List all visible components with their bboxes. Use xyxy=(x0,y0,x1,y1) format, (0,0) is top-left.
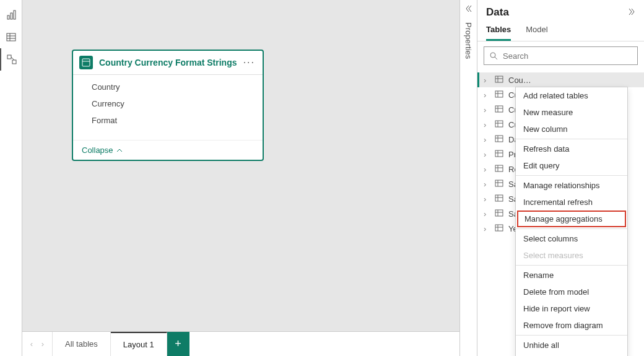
svg-rect-8 xyxy=(12,60,16,64)
table-row[interactable]: ›Cou… xyxy=(477,72,644,87)
svg-rect-38 xyxy=(495,195,503,201)
search-input[interactable] xyxy=(502,51,632,61)
menu-item[interactable]: Delete from model xyxy=(516,284,627,300)
svg-rect-35 xyxy=(495,180,503,186)
menu-separator xyxy=(516,335,627,336)
chevron-right-icon[interactable]: › xyxy=(484,209,491,219)
data-pane-tab-tables[interactable]: Tables xyxy=(486,25,511,41)
diagram-surface[interactable]: Country Currency Format Strings ··· Coun… xyxy=(22,0,459,331)
layout-tab-next-icon[interactable]: › xyxy=(37,339,48,349)
table-icon xyxy=(495,90,505,100)
table-icon xyxy=(495,194,505,204)
expand-data-pane-icon[interactable] xyxy=(627,7,637,19)
layout-tab-all-tables[interactable]: All tables xyxy=(53,332,111,356)
table-icon xyxy=(495,209,505,219)
layout-tab-label: Layout 1 xyxy=(123,340,154,349)
menu-item[interactable]: Edit query xyxy=(516,157,627,174)
svg-rect-10 xyxy=(82,59,90,66)
svg-rect-3 xyxy=(7,33,15,41)
svg-rect-20 xyxy=(495,106,503,112)
layout-tab-bar: ‹ › All tables Layout 1 + xyxy=(22,331,459,356)
model-canvas: Country Currency Format Strings ··· Coun… xyxy=(22,0,459,356)
collapse-label: Collapse xyxy=(82,145,113,155)
table-icon xyxy=(495,224,505,233)
svg-rect-23 xyxy=(495,121,503,127)
data-pane-tab-model[interactable]: Model xyxy=(526,25,547,41)
table-icon xyxy=(79,56,93,69)
layout-tab-layout1[interactable]: Layout 1 xyxy=(111,332,167,356)
svg-rect-14 xyxy=(495,76,503,82)
table-field[interactable]: Country xyxy=(73,79,263,95)
add-layout-button[interactable]: + xyxy=(167,332,189,356)
properties-pane-collapsed: Properties xyxy=(459,0,477,356)
properties-label[interactable]: Properties xyxy=(464,20,473,59)
table-name: Cou… xyxy=(508,76,531,85)
table-field[interactable]: Format xyxy=(73,112,263,129)
chevron-right-icon[interactable]: › xyxy=(484,224,491,233)
table-context-menu: Add related tablesNew measureNew columnR… xyxy=(515,87,628,356)
table-icon xyxy=(495,119,505,129)
chevron-right-icon[interactable]: › xyxy=(484,135,491,144)
chevron-right-icon[interactable]: › xyxy=(484,150,491,159)
search-icon xyxy=(489,51,498,60)
chevron-right-icon[interactable]: › xyxy=(484,120,491,129)
menu-item[interactable]: Add related tables xyxy=(516,87,627,104)
chevron-right-icon[interactable]: › xyxy=(484,105,491,115)
svg-line-9 xyxy=(11,57,14,60)
svg-rect-41 xyxy=(495,210,503,216)
menu-item[interactable]: Incremental refresh xyxy=(516,194,627,211)
chevron-right-icon[interactable]: › xyxy=(484,165,491,174)
data-pane-title: Data xyxy=(486,6,509,19)
chevron-right-icon[interactable]: › xyxy=(484,90,491,100)
layout-tab-label: All tables xyxy=(65,339,98,349)
svg-rect-1 xyxy=(11,13,12,19)
menu-separator xyxy=(516,139,627,139)
menu-item[interactable]: Refresh data xyxy=(516,141,627,157)
table-icon xyxy=(495,134,505,144)
collapse-toggle[interactable]: Collapse xyxy=(73,140,263,160)
chevron-right-icon[interactable]: › xyxy=(484,180,491,189)
svg-rect-2 xyxy=(14,11,15,19)
table-icon xyxy=(495,179,505,189)
svg-rect-44 xyxy=(495,225,503,231)
menu-item[interactable]: Remove from diagram xyxy=(516,317,627,334)
table-card-more-icon[interactable]: ··· xyxy=(242,57,256,68)
chevron-right-icon[interactable]: › xyxy=(484,76,491,85)
svg-point-12 xyxy=(490,53,495,58)
menu-item[interactable]: Unhide all xyxy=(516,337,627,354)
menu-separator xyxy=(516,175,627,176)
menu-separator xyxy=(516,228,627,229)
menu-item[interactable]: New column xyxy=(516,121,627,137)
table-card-title: Country Currency Format Strings xyxy=(99,58,242,67)
view-switcher-rail xyxy=(0,0,22,356)
menu-item[interactable]: Manage relationships xyxy=(516,177,627,194)
menu-item[interactable]: Manage aggregations xyxy=(517,211,626,227)
menu-item[interactable]: Select columns xyxy=(516,230,627,247)
table-icon xyxy=(495,149,505,159)
svg-rect-29 xyxy=(495,150,503,157)
data-view-button[interactable] xyxy=(0,26,22,48)
svg-line-13 xyxy=(495,57,497,59)
layout-tab-prev-icon[interactable]: ‹ xyxy=(26,339,37,349)
table-icon xyxy=(495,75,505,85)
table-field[interactable]: Currency xyxy=(73,95,263,112)
chevron-right-icon[interactable]: › xyxy=(484,194,491,204)
svg-rect-17 xyxy=(495,91,503,97)
svg-rect-26 xyxy=(495,136,503,142)
table-card[interactable]: Country Currency Format Strings ··· Coun… xyxy=(72,50,264,161)
model-view-button[interactable] xyxy=(0,48,22,71)
menu-item: Select measures xyxy=(516,247,627,264)
menu-item[interactable]: Hide in report view xyxy=(516,300,627,317)
expand-properties-icon[interactable] xyxy=(463,4,474,15)
menu-item[interactable]: New measure xyxy=(516,104,627,121)
report-view-button[interactable] xyxy=(0,4,22,26)
search-box[interactable] xyxy=(484,46,638,65)
menu-item[interactable]: Collapse all xyxy=(516,354,627,356)
table-icon xyxy=(495,105,505,115)
svg-rect-0 xyxy=(7,15,9,19)
svg-rect-7 xyxy=(7,55,11,59)
menu-separator xyxy=(516,265,627,266)
svg-rect-32 xyxy=(495,165,503,171)
menu-item[interactable]: Rename xyxy=(516,267,627,284)
table-icon xyxy=(495,164,505,174)
